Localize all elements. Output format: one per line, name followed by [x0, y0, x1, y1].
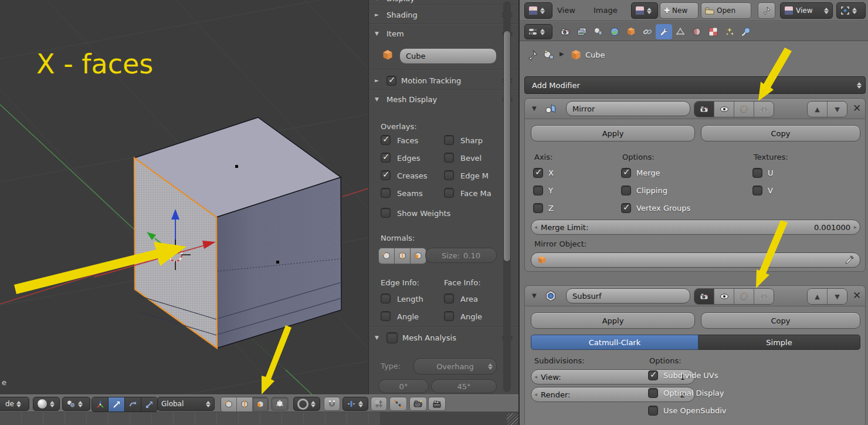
scale-manipulator-button[interactable]	[141, 397, 157, 411]
rotate-manipulator-button[interactable]	[125, 397, 141, 411]
copy-button[interactable]: Copy	[701, 312, 860, 329]
modifier-name-field[interactable]: Mirror	[566, 101, 690, 116]
optimal-display-checkbox[interactable]	[648, 388, 658, 398]
panel-mesh-display-header[interactable]: ▼ Mesh Display	[369, 92, 518, 107]
tab-material[interactable]	[689, 24, 705, 39]
add-modifier-dropdown[interactable]: Add Modifier	[524, 76, 866, 94]
viewport-visibility-button[interactable]	[714, 102, 734, 117]
move-down-button[interactable]: ▼	[828, 289, 847, 304]
mesh-analysis-checkbox[interactable]	[386, 332, 398, 343]
viewport-shading-dropdown[interactable]	[33, 397, 60, 411]
viewport-visibility-button[interactable]	[714, 289, 734, 304]
new-image-button[interactable]: ✚ New	[660, 2, 699, 19]
expand-arrow-icon[interactable]: ▼	[375, 335, 382, 340]
scrollbar-handle[interactable]	[503, 31, 511, 262]
apply-button[interactable]: Apply	[531, 312, 695, 329]
use-opensubdiv-checkbox[interactable]	[648, 406, 658, 416]
edge-angle-checkbox[interactable]	[381, 311, 391, 321]
face-marks-checkbox[interactable]	[444, 188, 454, 198]
display-channels-dropdown[interactable]: View	[780, 2, 833, 19]
copy-button[interactable]: Copy	[701, 125, 860, 141]
tab-data[interactable]	[672, 24, 689, 39]
tab-modifiers[interactable]	[656, 24, 672, 39]
opengl-render-anim-button[interactable]	[428, 397, 446, 411]
collapse-arrow-icon[interactable]: ►	[375, 77, 382, 83]
menu-image[interactable]: Image	[594, 6, 618, 15]
automerge-button[interactable]	[389, 397, 407, 411]
seams-checkbox[interactable]	[381, 188, 391, 198]
absolute-grid-snap-button[interactable]	[371, 397, 387, 411]
editmode-visibility-button[interactable]	[734, 102, 754, 117]
pin-toggle-button[interactable]	[758, 2, 775, 19]
object-name-field[interactable]: Cube	[399, 48, 497, 64]
axis-x-checkbox[interactable]	[533, 168, 543, 178]
move-up-button[interactable]: ▲	[808, 102, 828, 117]
move-down-button[interactable]: ▼	[828, 102, 847, 117]
tab-texture[interactable]	[705, 24, 721, 39]
texture-v-checkbox[interactable]	[752, 185, 762, 195]
cage-edit-button[interactable]	[754, 289, 774, 304]
mode-dropdown[interactable]: de	[0, 397, 29, 411]
mirror-modifier-header[interactable]: ▼ Mirror ▲ ▼ ✕	[525, 99, 865, 119]
editor-type-dropdown[interactable]	[524, 24, 552, 39]
tab-object[interactable]	[623, 24, 639, 39]
catmull-clark-toggle[interactable]: Catmull-Clark	[531, 335, 699, 350]
vertex-groups-checkbox[interactable]	[621, 203, 631, 213]
manipulator-toggle-button[interactable]	[92, 397, 108, 411]
panel-shading-header[interactable]: ► Shading	[369, 7, 518, 22]
analysis-type-dropdown[interactable]: Overhang	[413, 358, 497, 375]
bevel-checkbox[interactable]	[444, 153, 454, 163]
edge-length-checkbox[interactable]	[381, 294, 391, 303]
split-normals-icon[interactable]	[395, 248, 411, 264]
editmode-visibility-button[interactable]	[734, 289, 754, 304]
vertex-select-button[interactable]	[221, 397, 237, 411]
edge-marks-checkbox[interactable]	[444, 170, 454, 180]
expand-arrow-icon[interactable]: ▼	[532, 105, 537, 112]
merge-limit-stepper[interactable]: Merge Limit: 0.001000	[531, 220, 860, 235]
merge-checkbox[interactable]	[621, 168, 631, 178]
open-image-button[interactable]: Open	[701, 2, 751, 19]
face-normals-icon[interactable]	[411, 248, 426, 264]
mirror-object-field[interactable]	[531, 252, 860, 268]
sharp-checkbox[interactable]	[444, 135, 454, 145]
scene-icon[interactable]	[543, 49, 555, 61]
delete-modifier-button[interactable]: ✕	[853, 102, 861, 114]
breadcrumb-object-name[interactable]: Cube	[585, 50, 605, 59]
tab-world[interactable]	[606, 24, 623, 39]
tab-particles[interactable]	[721, 24, 738, 39]
limit-selection-button[interactable]	[271, 397, 289, 411]
tab-scene[interactable]	[590, 24, 606, 39]
edges-checkbox[interactable]	[381, 153, 391, 163]
tab-render[interactable]	[557, 24, 574, 39]
panel-motion-tracking-header[interactable]: ► Motion Tracking	[369, 73, 518, 88]
image-datablock-dropdown[interactable]	[631, 2, 658, 19]
transform-orientation-dropdown[interactable]: Global	[157, 397, 215, 411]
subsurf-modifier-header[interactable]: ▼ Subsurf ▲ ▼ ✕	[525, 286, 865, 306]
faces-checkbox[interactable]	[381, 135, 391, 145]
move-up-button[interactable]: ▲	[808, 289, 828, 304]
timeline-strip[interactable]	[0, 412, 518, 425]
vertex-normals-icon[interactable]	[379, 248, 395, 264]
normals-size-stepper[interactable]: Size: 0.10	[425, 248, 497, 263]
cube-mesh[interactable]	[134, 117, 341, 348]
texture-u-checkbox[interactable]	[752, 168, 762, 178]
face-select-button[interactable]	[253, 397, 268, 411]
snap-toggle-button[interactable]	[324, 397, 340, 411]
motion-tracking-checkbox[interactable]	[386, 76, 396, 86]
subdivide-uvs-checkbox[interactable]	[648, 370, 658, 380]
collapse-arrow-icon[interactable]: ►	[375, 12, 382, 18]
axis-z-checkbox[interactable]	[533, 203, 543, 213]
pin-icon[interactable]	[527, 49, 538, 61]
analysis-max-stepper[interactable]: 45°	[431, 379, 497, 393]
render-visibility-button[interactable]	[694, 102, 714, 117]
expand-arrow-icon[interactable]: ▼	[375, 31, 382, 36]
render-slot-dropdown[interactable]	[836, 2, 866, 19]
corner-resize-grip[interactable]	[507, 413, 518, 425]
clipping-checkbox[interactable]	[621, 185, 631, 195]
panel-item-header[interactable]: ▼ Item	[369, 26, 518, 41]
show-weights-checkbox[interactable]	[381, 208, 391, 218]
panel-display-partial[interactable]: ▼Display	[369, 0, 518, 5]
creases-checkbox[interactable]	[381, 170, 391, 180]
tab-constraints[interactable]	[639, 24, 656, 39]
eyedropper-icon[interactable]	[845, 255, 854, 265]
